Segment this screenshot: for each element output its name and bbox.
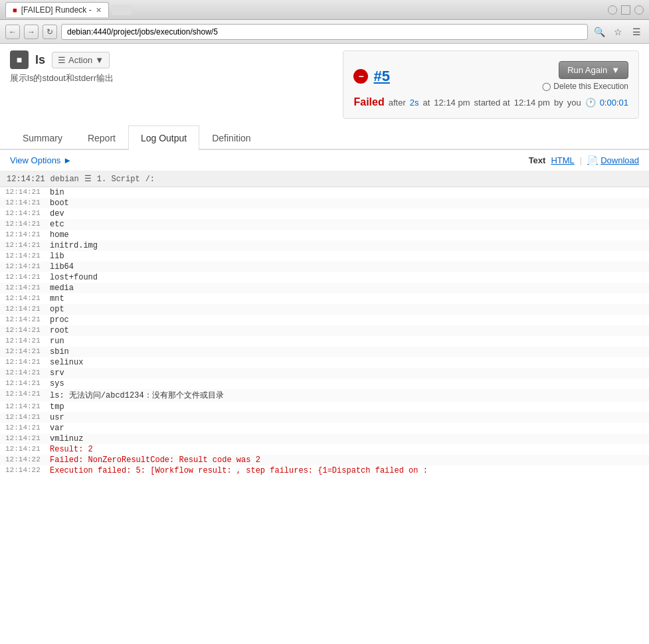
- log-toolbar: View Options ► Text HTML | 📄 Download: [0, 150, 649, 171]
- log-line: 12:14:21 root: [0, 325, 649, 336]
- log-line: 12:14:21 vmlinuz: [0, 434, 649, 444]
- download-button[interactable]: 📄 Download: [587, 155, 639, 165]
- log-line-time: 12:14:21: [0, 337, 50, 346]
- log-line-text: ls: 无法访问/abcd1234：没有那个文件或目录: [50, 390, 649, 401]
- new-tab-btn[interactable]: [112, 5, 132, 15]
- log-line-text: sys: [50, 379, 649, 388]
- action-chevron-icon: ▼: [95, 55, 104, 65]
- job-title-row: ■ ls ☰ Action ▼: [10, 50, 114, 69]
- top-bar: ■ ls ☰ Action ▼ 展示ls的stdout和stderr输出 − #…: [0, 44, 649, 125]
- refresh-button[interactable]: ↻: [43, 25, 57, 39]
- tab-fail-icon: ■: [13, 6, 17, 14]
- log-line: 12:14:21 sbin: [0, 347, 649, 357]
- back-button[interactable]: ←: [5, 25, 20, 39]
- log-line: 12:14:21 ls: 无法访问/abcd1234：没有那个文件或目录: [0, 389, 649, 402]
- log-line-time: 12:14:21: [0, 199, 50, 208]
- tab-log-output[interactable]: Log Output: [128, 125, 199, 150]
- log-line-text: vmlinuz: [50, 434, 649, 443]
- run-again-button[interactable]: Run Again ▼: [559, 61, 628, 79]
- page-content: ■ ls ☰ Action ▼ 展示ls的stdout和stderr输出 − #…: [0, 44, 649, 644]
- log-line: 12:14:21 tmp: [0, 402, 649, 412]
- browser-titlebar: ■ [FAILED] Rundeck - ✕: [0, 0, 649, 20]
- tab-summary[interactable]: Summary: [10, 125, 75, 150]
- log-line: 12:14:21 initrd.img: [0, 240, 649, 251]
- log-line: 12:14:21 boot: [0, 198, 649, 208]
- node-icon: ☰: [84, 174, 92, 184]
- log-line-time: 12:14:21: [0, 262, 50, 272]
- log-line-time: 12:14:21: [0, 241, 50, 250]
- clock-icon: 🕐: [585, 98, 596, 108]
- close-btn[interactable]: [634, 5, 644, 15]
- log-time-header: 12:14:21: [7, 175, 45, 184]
- at-label: at: [422, 98, 430, 108]
- log-line-text: lost+found: [50, 273, 649, 282]
- log-line: 12:14:21 opt: [0, 304, 649, 315]
- log-line-time: 12:14:21: [0, 230, 50, 240]
- started-label: started at: [474, 98, 510, 108]
- download-icon: 📄: [587, 155, 598, 165]
- exec-id[interactable]: #5: [373, 68, 389, 85]
- fail-time: 12:14 pm: [434, 98, 470, 108]
- log-line-text: mnt: [50, 294, 649, 303]
- log-line-time: 12:14:21: [0, 305, 50, 314]
- log-line-text: sbin: [50, 347, 649, 357]
- after-label: after: [389, 98, 406, 108]
- log-node-header: 12:14:21 debian ☰ 1. Script /:: [0, 171, 649, 187]
- view-options-label: View Options: [10, 155, 60, 165]
- log-line-text: Execution failed: 5: [Workflow result: ,…: [50, 466, 649, 475]
- log-line: 12:14:21 media: [0, 283, 649, 293]
- log-line: 12:14:21 Result: 2: [0, 444, 649, 455]
- html-format-button[interactable]: HTML: [551, 155, 574, 165]
- log-line: 12:14:21 usr: [0, 412, 649, 423]
- log-line-time: 12:14:22: [0, 466, 50, 475]
- log-step: 1. Script: [97, 175, 140, 184]
- view-options-button[interactable]: View Options ►: [10, 155, 72, 165]
- tab-close-icon[interactable]: ✕: [96, 6, 102, 15]
- log-lines-container: 12:14:21 bin 12:14:21 boot 12:14:21 dev …: [0, 187, 649, 476]
- log-line-time: 12:14:21: [0, 188, 50, 197]
- tab-definition[interactable]: Definition: [199, 125, 263, 150]
- action-button[interactable]: ☰ Action ▼: [52, 52, 110, 68]
- search-icon[interactable]: 🔍: [592, 25, 606, 39]
- job-info: ■ ls ☰ Action ▼ 展示ls的stdout和stderr输出: [10, 50, 114, 84]
- bookmark-icon[interactable]: ☆: [610, 25, 625, 39]
- log-line-time: 12:14:22: [0, 455, 50, 465]
- action-icon: ☰: [58, 55, 66, 65]
- tabs-bar: Summary Report Log Output Definition: [0, 125, 649, 150]
- log-line-time: 12:14:21: [0, 445, 50, 454]
- delete-execution-link[interactable]: ◯ Delete this Execution: [542, 82, 628, 91]
- log-line-time: 12:14:21: [0, 413, 50, 422]
- execution-card: − #5 Run Again ▼ ◯ Delete this Execution…: [343, 50, 639, 119]
- action-label: Action: [68, 55, 92, 65]
- log-line-time: 12:14:21: [0, 294, 50, 303]
- minimize-btn[interactable]: [608, 5, 617, 15]
- job-icon-text: ■: [17, 54, 22, 65]
- log-line-text: selinux: [50, 358, 649, 367]
- log-line-time: 12:14:21: [0, 347, 50, 357]
- forward-button[interactable]: →: [24, 25, 39, 39]
- tab-report[interactable]: Report: [75, 125, 128, 150]
- log-line-text: lib64: [50, 262, 649, 272]
- log-node-name: debian: [50, 175, 79, 184]
- log-line-text: home: [50, 230, 649, 240]
- job-description: 展示ls的stdout和stderr输出: [10, 72, 114, 84]
- browser-controls: ← → ↻ 🔍 ☆ ☰: [0, 20, 649, 44]
- format-separator: |: [580, 155, 582, 165]
- by-label: by: [554, 98, 563, 108]
- log-line-text: etc: [50, 220, 649, 229]
- log-line: 12:14:21 sys: [0, 378, 649, 389]
- log-line-text: initrd.img: [50, 241, 649, 250]
- exec-header: − #5 Run Again ▼ ◯ Delete this Execution: [353, 61, 628, 91]
- log-line: 12:14:22 Execution failed: 5: [Workflow …: [0, 465, 649, 476]
- address-bar[interactable]: [61, 24, 588, 40]
- started-by: you: [567, 98, 581, 108]
- log-line-time: 12:14:21: [0, 252, 50, 261]
- log-line-time: 12:14:21: [0, 402, 50, 412]
- menu-icon[interactable]: ☰: [629, 25, 644, 39]
- fail-duration: 2s: [410, 98, 419, 108]
- text-format-button[interactable]: Text: [529, 155, 546, 165]
- log-line-time: 12:14:21: [0, 379, 50, 388]
- started-time: 12:14 pm: [514, 98, 550, 108]
- log-line-time: 12:14:21: [0, 434, 50, 443]
- maximize-btn[interactable]: [621, 5, 630, 15]
